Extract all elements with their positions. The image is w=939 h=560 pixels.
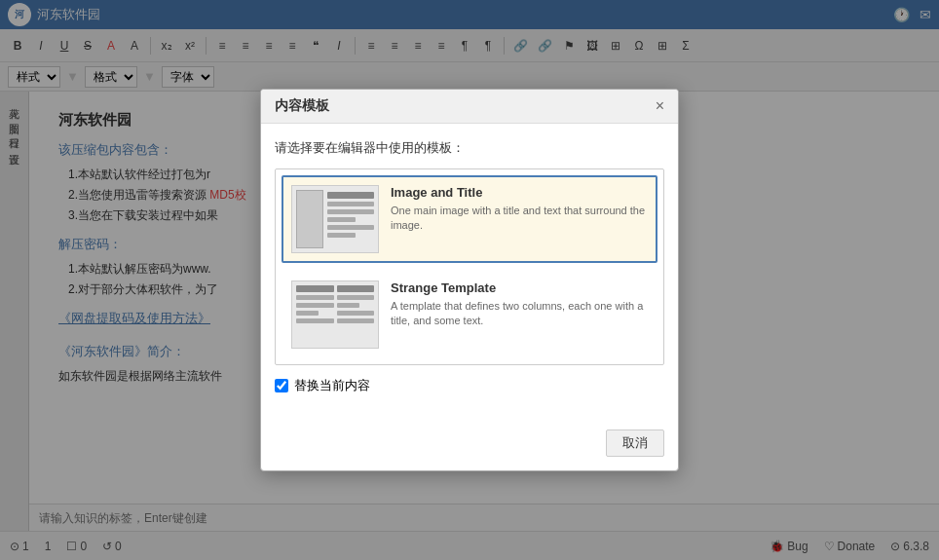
preview-line xyxy=(327,209,374,214)
modal-overlay: 内容模板 × 请选择要在编辑器中使用的模板： xyxy=(0,0,939,560)
modal-close-button[interactable]: × xyxy=(656,98,664,114)
preview-line xyxy=(337,295,375,300)
preview-line xyxy=(296,311,319,316)
template-item-strange[interactable]: Strange Template A template that defines… xyxy=(282,271,657,358)
template-info-1: Image and Title One main image with a ti… xyxy=(391,185,648,234)
preview-lines-1 xyxy=(327,190,374,248)
preview-line xyxy=(327,202,374,206)
replace-content-row: 替换当前内容 xyxy=(275,377,664,394)
template-desc-2: A template that defines two columns, eac… xyxy=(391,299,648,329)
preview-line xyxy=(296,285,334,292)
modal-instruction: 请选择要在编辑器中使用的模板： xyxy=(275,139,664,157)
preview-title-line xyxy=(327,192,374,199)
preview-line xyxy=(337,285,375,292)
template-item-image-and-title[interactable]: Image and Title One main image with a ti… xyxy=(282,175,657,263)
preview-line xyxy=(296,295,334,300)
preview-line xyxy=(337,303,359,308)
replace-content-label[interactable]: 替换当前内容 xyxy=(294,377,370,394)
replace-content-checkbox[interactable] xyxy=(275,379,288,392)
cancel-button[interactable]: 取消 xyxy=(606,429,664,457)
preview-line xyxy=(337,311,375,316)
template-preview-2 xyxy=(291,280,379,349)
modal-footer: 取消 xyxy=(261,422,678,470)
modal-title: 内容模板 xyxy=(275,97,329,115)
preview-col-1 xyxy=(296,285,334,344)
content-template-modal: 内容模板 × 请选择要在编辑器中使用的模板： xyxy=(260,89,679,471)
template-name-2: Strange Template xyxy=(391,280,648,295)
template-desc-1: One main image with a title and text tha… xyxy=(391,204,648,234)
preview-line xyxy=(337,318,375,323)
template-list: Image and Title One main image with a ti… xyxy=(275,168,664,365)
preview-line xyxy=(327,225,374,230)
preview-line xyxy=(327,233,356,238)
template-name-1: Image and Title xyxy=(391,185,648,200)
preview-col-2 xyxy=(337,285,375,344)
preview-line xyxy=(327,217,356,222)
template-info-2: Strange Template A template that defines… xyxy=(391,280,648,329)
preview-line xyxy=(296,303,334,308)
preview-line xyxy=(296,318,334,323)
template-preview-1 xyxy=(291,185,379,253)
preview-image xyxy=(296,190,323,248)
modal-header: 内容模板 × xyxy=(261,90,678,124)
modal-body: 请选择要在编辑器中使用的模板： xyxy=(261,124,678,422)
